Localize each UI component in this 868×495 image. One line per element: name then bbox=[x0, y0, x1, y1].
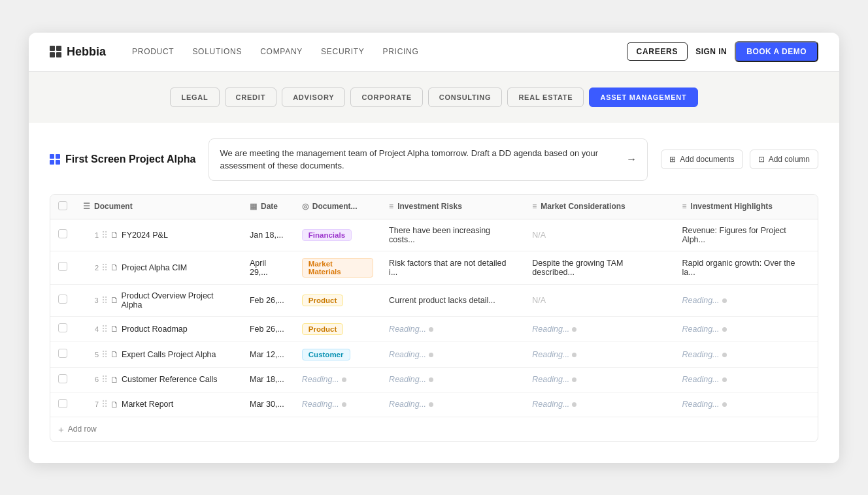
investment-highlights-cell: Reading... bbox=[675, 284, 818, 316]
doc-name: Expert Calls Project Alpha bbox=[122, 350, 216, 359]
risks-loading: Reading... bbox=[389, 325, 426, 334]
logo[interactable]: Hebbia bbox=[50, 45, 106, 59]
investment-highlights-cell: Rapid organic growth: Over the la... bbox=[675, 251, 818, 284]
investment-risks-cell: There have been increasing costs... bbox=[381, 219, 524, 251]
th-highlights: ≡ Investment Highlights bbox=[675, 195, 818, 219]
table-row: 7 ⠿ 🗋 Market Report Mar 30,...Reading...… bbox=[50, 392, 818, 417]
add-column-button[interactable]: ⊡ Add column bbox=[750, 150, 818, 169]
row-checkbox-cell bbox=[50, 251, 75, 284]
file-icon: 🗋 bbox=[110, 263, 119, 272]
demo-button[interactable]: BOOK A DEMO bbox=[735, 41, 818, 62]
nav-security[interactable]: SECURITY bbox=[321, 47, 364, 56]
doc-name: Product Roadmap bbox=[122, 325, 188, 334]
th-document: ☰ Document bbox=[75, 195, 242, 219]
category-btn-legal[interactable]: LEGAL bbox=[170, 88, 219, 107]
nav-solutions[interactable]: SOLUTIONS bbox=[192, 47, 242, 56]
eq-col-icon-2: ≡ bbox=[532, 202, 537, 211]
row-number: 3 bbox=[83, 296, 99, 304]
row-checkbox[interactable] bbox=[58, 323, 67, 332]
investment-risks-cell: Reading... bbox=[381, 342, 524, 367]
doc-type-tag: Market Materials bbox=[302, 258, 373, 278]
file-icon: 🗋 bbox=[110, 295, 119, 305]
risks-value: Current product lacks detail... bbox=[389, 296, 495, 305]
file-icon: 🗋 bbox=[110, 324, 119, 334]
highlights-loading: Reading... bbox=[682, 296, 720, 305]
row-number: 1 bbox=[83, 231, 99, 239]
row-checkbox[interactable] bbox=[58, 349, 67, 358]
category-btn-asset_management[interactable]: ASSET MANAGEMENT bbox=[589, 88, 697, 107]
row-checkbox[interactable] bbox=[58, 295, 67, 304]
category-btn-credit[interactable]: CREDIT bbox=[225, 88, 277, 107]
drag-handle[interactable]: ⠿ bbox=[101, 324, 108, 334]
th-market: ≡ Market Considerations bbox=[524, 195, 674, 219]
nav-company[interactable]: COMPANY bbox=[260, 47, 303, 56]
add-documents-label: Add documents bbox=[680, 155, 734, 164]
drag-handle[interactable]: ⠿ bbox=[101, 230, 108, 240]
highlights-loading: Reading... bbox=[682, 350, 720, 359]
add-row-plus-icon: + bbox=[58, 424, 64, 435]
file-icon: 🗋 bbox=[110, 230, 119, 240]
data-table: ☰ Document ▦ Date ◎ bbox=[50, 195, 818, 417]
careers-button[interactable]: CAREERS bbox=[627, 42, 688, 61]
risks-loading: Reading... bbox=[389, 375, 426, 384]
signin-button[interactable]: SIGN IN bbox=[695, 47, 727, 56]
category-btn-corporate[interactable]: CORPORATE bbox=[350, 88, 422, 107]
doc-type-cell: Reading... bbox=[294, 367, 381, 392]
investment-risks-cell: Reading... bbox=[381, 392, 524, 417]
header-checkbox[interactable] bbox=[58, 201, 67, 210]
doc-type-cell: Financials bbox=[294, 219, 381, 251]
nav-product[interactable]: PRODUCT bbox=[132, 47, 174, 56]
row-number-cell: 1 ⠿ 🗋 FY2024 P&L bbox=[75, 219, 242, 251]
row-number-cell: 3 ⠿ 🗋 Product Overview Project Alpha bbox=[75, 284, 242, 316]
doc-type-loading: Reading... bbox=[302, 400, 339, 409]
investment-highlights-cell: Revenue: Figures for Project Alph... bbox=[675, 219, 818, 251]
nav-pricing[interactable]: PRICING bbox=[382, 47, 418, 56]
date-value: Feb 26,... bbox=[250, 325, 284, 334]
time-col-icon: ◎ bbox=[302, 202, 309, 211]
row-number: 6 bbox=[83, 375, 99, 383]
category-btn-real_estate[interactable]: REAL ESTATE bbox=[507, 88, 584, 107]
doc-type-cell: Market Materials bbox=[294, 251, 381, 284]
drag-handle[interactable]: ⠿ bbox=[101, 263, 108, 273]
row-checkbox[interactable] bbox=[58, 262, 67, 271]
category-btn-advisory[interactable]: ADVISORY bbox=[282, 88, 345, 107]
row-number-cell: 5 ⠿ 🗋 Expert Calls Project Alpha bbox=[75, 342, 242, 367]
date-value: April 29,... bbox=[250, 259, 268, 277]
nav-links: PRODUCT SOLUTIONS COMPANY SECURITY PRICI… bbox=[132, 47, 626, 56]
th-risks: ≡ Investment Risks bbox=[381, 195, 524, 219]
highlights-value: Rapid organic growth: Over the la... bbox=[682, 259, 795, 277]
risks-value: There have been increasing costs... bbox=[389, 226, 490, 244]
th-highlights-label: Investment Highlights bbox=[691, 202, 773, 211]
category-btn-consulting[interactable]: CONSULTING bbox=[428, 88, 503, 107]
market-loading: Reading... bbox=[532, 400, 569, 409]
prompt-box[interactable]: We are meeting the management team of Pr… bbox=[209, 138, 648, 181]
doc-type-tag: Product bbox=[302, 323, 343, 335]
market-considerations-cell: N/A bbox=[524, 219, 674, 251]
add-doc-icon: ⊞ bbox=[669, 155, 676, 164]
row-checkbox-cell bbox=[50, 316, 75, 342]
investment-risks-cell: Risk factors that are not detailed i... bbox=[381, 251, 524, 284]
row-number-cell: 2 ⠿ 🗋 Project Alpha CIM bbox=[75, 251, 242, 284]
drag-handle[interactable]: ⠿ bbox=[101, 374, 108, 385]
nav-actions: CAREERS SIGN IN BOOK A DEMO bbox=[627, 41, 819, 62]
row-checkbox-cell bbox=[50, 342, 75, 367]
date-value: Mar 18,... bbox=[250, 375, 284, 384]
file-icon: 🗋 bbox=[110, 400, 119, 409]
market-considerations-cell: Despite the growing TAM described... bbox=[524, 251, 674, 284]
drag-handle[interactable]: ⠿ bbox=[101, 349, 108, 360]
add-row-button[interactable]: + Add row bbox=[50, 417, 818, 441]
add-documents-button[interactable]: ⊞ Add documents bbox=[661, 150, 743, 169]
investment-highlights-cell: Reading... bbox=[675, 316, 818, 342]
drag-handle[interactable]: ⠿ bbox=[101, 399, 108, 409]
highlights-loading: Reading... bbox=[682, 375, 720, 384]
investment-risks-cell: Current product lacks detail... bbox=[381, 284, 524, 316]
row-checkbox[interactable] bbox=[58, 399, 67, 408]
row-checkbox[interactable] bbox=[58, 374, 67, 383]
row-checkbox-cell bbox=[50, 392, 75, 417]
row-checkbox[interactable] bbox=[58, 229, 67, 238]
row-number-cell: 4 ⠿ 🗋 Product Roadmap bbox=[75, 316, 242, 342]
th-date: ▦ Date bbox=[242, 195, 294, 219]
date-cell: Mar 30,... bbox=[242, 392, 294, 417]
drag-handle[interactable]: ⠿ bbox=[101, 295, 108, 306]
eq-col-icon-1: ≡ bbox=[389, 202, 393, 211]
